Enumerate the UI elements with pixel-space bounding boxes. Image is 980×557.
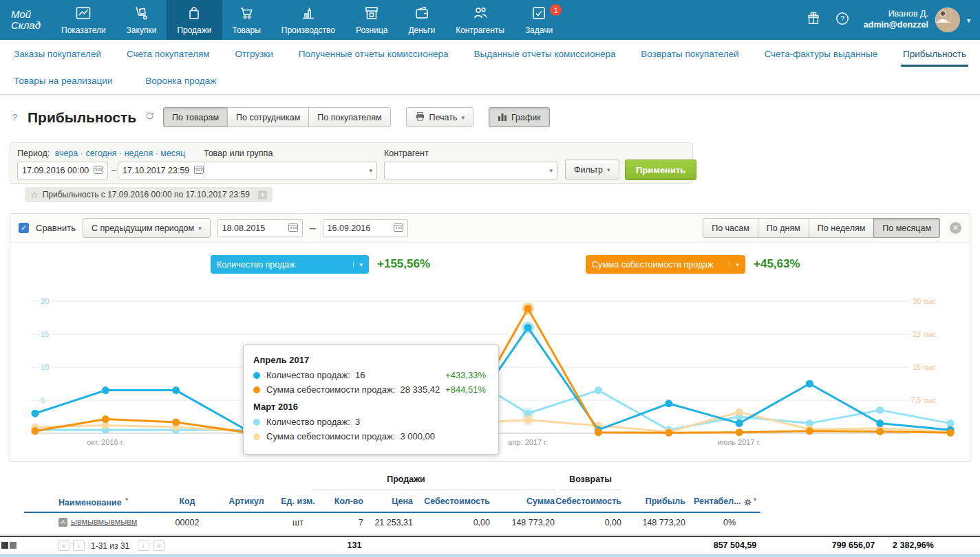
period-from-input[interactable]: 17.09.2016 00:00	[17, 162, 108, 179]
column-settings-button[interactable]: ▼	[743, 496, 758, 508]
legend-row: Количество продаж ▾ +155,56% Сумма себес…	[10, 255, 970, 278]
pagination-prev-button[interactable]: ‹	[73, 540, 85, 551]
compare-to-input[interactable]: 16.09.2016	[323, 219, 408, 237]
granularity-by-days[interactable]: По дням	[758, 218, 809, 238]
subnav-issued-commission-reports[interactable]: Выданные отчеты комиссионера	[473, 49, 615, 59]
menu-item-tasks[interactable]: Задачи 1	[515, 0, 563, 40]
star-icon[interactable]: ☆	[30, 190, 39, 200]
compare-bar: ✓ Сравнить С предыдущим периодом ▾ 18.08…	[10, 214, 970, 243]
menu-item-retail[interactable]: Розница	[345, 0, 398, 40]
product-label: Товар или группа	[204, 149, 273, 158]
col-header-return-cost[interactable]: Себестоимость	[555, 496, 621, 506]
compare-checkbox[interactable]: ✓	[19, 223, 29, 233]
storefront-icon	[363, 5, 380, 23]
subnav-customer-returns[interactable]: Возвраты покупателей	[641, 49, 738, 59]
col-header-unit[interactable]: Ед. изм.	[281, 496, 315, 506]
tooltip-period-current: Апрель 2017	[253, 355, 487, 365]
apply-button[interactable]: Применить	[625, 160, 696, 180]
calendar-icon[interactable]	[394, 223, 403, 234]
production-bars-icon	[300, 5, 317, 23]
col-header-qty[interactable]: Кол-во	[334, 496, 363, 506]
counterparty-select[interactable]: ▾	[384, 162, 557, 179]
pagination-first-button[interactable]: «	[58, 540, 70, 551]
gift-icon[interactable]	[806, 11, 821, 29]
tooltip-period-previous: Март 2016	[253, 402, 487, 412]
compare-label: Сравнить	[36, 223, 76, 233]
view-switch-group: По товарам По сотрудникам По покупателям	[163, 107, 390, 127]
subnav-profitability[interactable]: Прибыльность	[903, 49, 966, 59]
menu-item-counterparties[interactable]: Контрагенты	[445, 0, 515, 40]
series1-select[interactable]: Количество продаж ▾	[211, 255, 369, 274]
col-header-profit[interactable]: Прибыль	[646, 496, 685, 506]
menu-item-purchases[interactable]: Закупки	[116, 0, 167, 40]
granularity-by-hours[interactable]: По часам	[703, 218, 758, 238]
print-label: Печать	[429, 113, 458, 122]
cart-icon	[238, 5, 255, 23]
pagination-last-button[interactable]: »	[153, 540, 164, 551]
quick-month-link[interactable]: месяц	[160, 149, 185, 158]
table-footer: « ‹ 1-31 из 31 › » 131 857 504,59 799 65…	[0, 536, 980, 554]
user-block[interactable]: Иванов Д. admin@denzzel ▾	[864, 8, 970, 32]
avatar[interactable]	[935, 8, 960, 32]
subnav-issued-invoices[interactable]: Счета-фактуры выданные	[764, 49, 877, 59]
menu-item-goods[interactable]: Товары	[222, 0, 271, 40]
quick-week-link[interactable]: неделя	[125, 149, 153, 158]
granularity-by-months[interactable]: По месяцам	[873, 218, 940, 238]
view-by-customers-button[interactable]: По покупателям	[308, 107, 390, 127]
view-by-goods-button[interactable]: По товарам	[163, 107, 228, 127]
subnav-goods-on-consignment[interactable]: Товары на реализации	[14, 76, 112, 86]
chart-toggle-button[interactable]: График	[489, 107, 550, 127]
pagination-info: 1-31 из 31	[91, 541, 129, 551]
product-type-badge: А	[58, 518, 67, 527]
title-row: Прибыльность По товарам По сотрудникам П…	[28, 107, 550, 127]
col-header-cost[interactable]: Себестоимость	[424, 496, 490, 506]
app-logo[interactable]: Мой Склад	[0, 0, 51, 40]
quick-today-link[interactable]: сегодня	[85, 149, 116, 158]
col-header-profitability[interactable]: Рентабел...	[694, 496, 741, 506]
subnav-received-commission-reports[interactable]: Полученные отчеты комиссионера	[299, 49, 449, 59]
menu-item-production[interactable]: Производство	[271, 0, 345, 40]
svg-text:?: ?	[840, 15, 844, 23]
row-name-cell: Аывмывмывмывм	[58, 517, 137, 527]
page-help-icon[interactable]: ?	[12, 113, 17, 122]
top-app-bar: Мой Склад Показатели Закупки Продажи Тов…	[0, 0, 980, 40]
row-qty-cell: 7	[359, 518, 363, 527]
col-header-sum[interactable]: Сумма	[526, 496, 555, 506]
calendar-icon[interactable]	[194, 165, 204, 176]
pagination-next-button[interactable]: ›	[138, 540, 149, 551]
col-header-name[interactable]: Наименование ▼	[58, 496, 129, 507]
col-header-price[interactable]: Цена	[392, 496, 413, 506]
menu-item-money[interactable]: Деньги	[398, 0, 445, 40]
subnav-customer-invoices[interactable]: Счета покупателям	[127, 49, 210, 59]
col-header-article[interactable]: Артикул	[228, 496, 264, 506]
calendar-icon[interactable]	[288, 223, 298, 234]
product-select[interactable]: ▾	[204, 162, 377, 179]
tag-close-icon[interactable]: ×	[258, 190, 267, 199]
granularity-by-weeks[interactable]: По неделям	[809, 218, 874, 238]
menu-item-indicators[interactable]: Показатели	[51, 0, 116, 40]
subnav-shipments[interactable]: Отгрузки	[235, 49, 273, 59]
help-circle-icon[interactable]: ?	[835, 11, 850, 29]
filter-button[interactable]: Фильтр ▾	[565, 160, 619, 179]
menu-item-sales[interactable]: Продажи	[167, 0, 222, 40]
saved-filter-tag[interactable]: ☆ Прибыльность с 17.09.2016 00:00 по 17.…	[25, 187, 273, 202]
chart-close-icon[interactable]: ✕	[950, 222, 961, 234]
period-label: Период: вчера · сегодня · неделя · месяц	[17, 149, 185, 158]
refresh-icon[interactable]	[145, 111, 155, 124]
row-return-cost-cell: 0,00	[605, 518, 621, 527]
series2-select[interactable]: Сумма себестоимости продаж ▾	[586, 255, 745, 274]
quick-yesterday-link[interactable]: вчера	[55, 149, 78, 158]
horizontal-scrollbar[interactable]	[0, 554, 980, 557]
view-by-employees-button[interactable]: По сотрудникам	[227, 107, 309, 127]
calendar-icon[interactable]	[94, 165, 103, 176]
period-to-input[interactable]: 17.10.2017 23:59	[118, 162, 209, 179]
subnav-sales-funnel[interactable]: Воронка продаж	[145, 76, 216, 86]
subnav-customer-orders[interactable]: Заказы покупателей	[14, 49, 101, 59]
compare-mode-select[interactable]: С предыдущим периодом ▾	[83, 218, 211, 238]
svg-text:23 тыс.: 23 тыс.	[913, 330, 938, 338]
compare-from-input[interactable]: 18.08.2015	[217, 219, 303, 237]
print-button[interactable]: Печать ▾	[406, 107, 473, 127]
series-bullet-icon	[253, 433, 260, 440]
product-link[interactable]: ывмывмывмывм	[71, 517, 137, 527]
col-header-code[interactable]: Код	[179, 496, 195, 506]
